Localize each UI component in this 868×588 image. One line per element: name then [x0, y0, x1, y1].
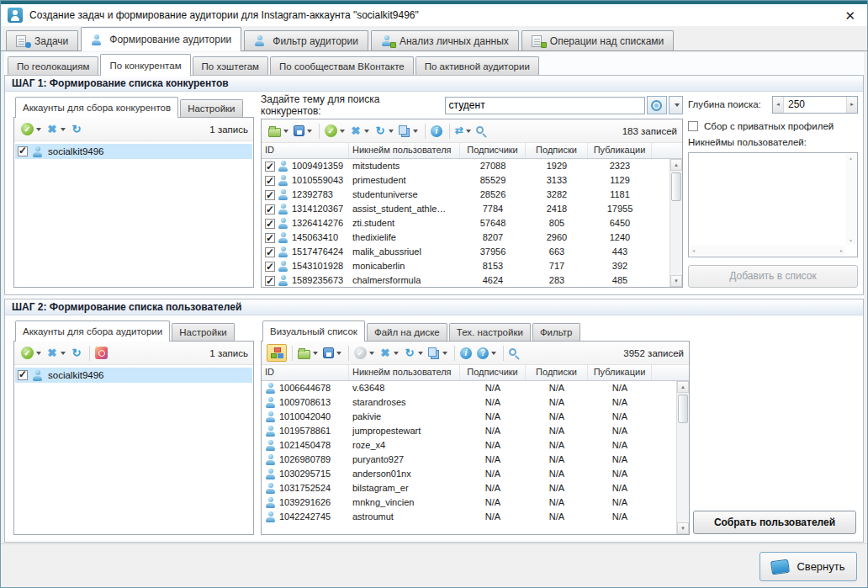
instagram-accounts-button[interactable]	[93, 345, 109, 361]
tab-tech-settings[interactable]: Тех. настройки	[449, 323, 531, 341]
column-header-followers[interactable]: Подписчики	[460, 143, 526, 158]
account-list-item[interactable]: socialkit9496	[15, 368, 252, 383]
row-checkbox[interactable]	[265, 233, 275, 243]
open-list-button[interactable]	[267, 124, 290, 139]
row-checkbox[interactable]	[265, 190, 275, 200]
search-button[interactable]	[507, 347, 521, 360]
column-header-following[interactable]: Подписки	[526, 365, 588, 380]
copy-button[interactable]	[426, 346, 449, 361]
search-topic-input[interactable]	[445, 97, 645, 114]
table-row[interactable]: 1042242745astroumutN/AN/AN/A	[262, 510, 676, 524]
row-checkbox[interactable]	[265, 276, 275, 286]
table-row[interactable]: 1019578861jumpropestewartN/AN/AN/A	[262, 424, 676, 438]
search-options-button[interactable]	[669, 96, 683, 114]
table-row[interactable]: 1009708613starandrosesN/AN/AN/A	[262, 395, 676, 410]
refresh-button[interactable]	[69, 121, 84, 137]
column-header-followers[interactable]: Подписчики	[460, 365, 526, 380]
column-header-posts[interactable]: Публикации	[588, 365, 652, 380]
table-row[interactable]: 1030295715anderson01nxN/AN/AN/A	[262, 467, 676, 481]
refresh-button[interactable]	[69, 345, 84, 361]
subtab-active-audience[interactable]: По активной аудитории	[415, 56, 539, 75]
help-button[interactable]	[475, 346, 498, 361]
column-header-id[interactable]: ID	[262, 143, 349, 158]
table-row[interactable]: 1517476424malik_abussriuel37956663443	[262, 245, 670, 259]
table-row[interactable]: 1009491359mitstudents2708819292323	[262, 159, 670, 173]
table-row[interactable]: 1010559043primestudent8552931331129	[262, 173, 670, 188]
row-checkbox[interactable]	[265, 219, 275, 229]
tab-filter[interactable]: Фильтр	[532, 323, 580, 341]
open-list-button[interactable]	[296, 346, 320, 361]
scroll-up-icon[interactable]	[670, 159, 682, 171]
mark-all-button[interactable]	[352, 345, 376, 361]
unmark-all-button[interactable]	[348, 123, 371, 139]
row-checkbox[interactable]	[265, 247, 275, 257]
table-row[interactable]: 1021450478roze_x4N/AN/AN/A	[262, 438, 676, 453]
nicknames-textarea[interactable]: ▲▼ ◄►	[688, 152, 858, 257]
stepper-increase-icon[interactable]	[846, 97, 857, 113]
column-header-id[interactable]: ID	[262, 365, 349, 380]
tab-file-on-disk[interactable]: Файл на диске	[367, 323, 447, 341]
unmark-all-button[interactable]	[378, 345, 400, 361]
scroll-down-icon[interactable]	[677, 522, 689, 534]
private-profiles-checkbox[interactable]	[688, 121, 698, 131]
subtab-vk-communities[interactable]: По сообществам ВКонтакте	[270, 56, 414, 75]
search-depth-stepper[interactable]: 250	[772, 96, 858, 114]
row-checkbox[interactable]	[265, 176, 275, 186]
row-checkbox[interactable]	[265, 204, 275, 215]
copy-button[interactable]	[397, 124, 420, 139]
tab-accounts-for-audience[interactable]: Аккаунты для сбора аудитории	[15, 320, 170, 342]
column-header-following[interactable]: Подписки	[526, 143, 588, 158]
scroll-up-icon[interactable]	[677, 381, 689, 393]
info-button[interactable]	[458, 346, 474, 361]
unmark-all-button[interactable]	[45, 345, 67, 361]
add-to-list-button[interactable]: Добавить в список	[688, 265, 858, 288]
table-row[interactable]: 1039291626mnkng_vincienN/AN/AN/A	[262, 495, 676, 510]
row-checkbox[interactable]	[265, 162, 275, 172]
table-row[interactable]: 1314120367assist_student_athle…778424181…	[262, 202, 670, 216]
transfer-button[interactable]	[453, 123, 473, 139]
tab-visual-list[interactable]: Визуальный список	[262, 320, 365, 342]
search-depth-value[interactable]: 250	[784, 98, 846, 110]
search-run-button[interactable]	[647, 96, 668, 114]
row-checkbox[interactable]	[18, 370, 28, 380]
collect-users-button[interactable]: Собрать пользователей	[693, 511, 856, 534]
textarea-vscroll[interactable]: ▲▼	[846, 154, 856, 245]
table-row[interactable]: 12392783studentuniverse2852632821181	[262, 188, 670, 202]
table-row[interactable]: 1543101928monicaberlin8153717392	[262, 259, 670, 273]
table-row[interactable]: 1031752524bilstagram_erN/AN/AN/A	[262, 481, 676, 495]
column-header-nickname[interactable]: Никнейм пользователя	[349, 143, 460, 158]
visual-list-mode-button[interactable]	[267, 344, 287, 362]
scroll-thumb[interactable]	[678, 395, 688, 423]
tab-personal-data-analysis[interactable]: Анализ личных данных	[371, 30, 519, 50]
table-row[interactable]: 1589235673chalmersformula4624283485	[262, 273, 670, 287]
close-icon[interactable]: ✕	[841, 9, 859, 22]
stepper-decrease-icon[interactable]	[773, 97, 784, 113]
table-row[interactable]: 1026980789puryanto927N/AN/AN/A	[262, 453, 676, 467]
subtab-competitors[interactable]: По конкурентам	[100, 54, 190, 76]
tab-audience-filter[interactable]: Фильтр аудитории	[244, 30, 368, 50]
save-list-button[interactable]	[292, 124, 314, 138]
table-row[interactable]: 1006644678v.63648N/AN/AN/A	[262, 381, 676, 395]
minimize-button[interactable]: Свернуть	[760, 552, 857, 581]
column-header-posts[interactable]: Публикации	[588, 143, 652, 158]
tab-settings[interactable]: Настройки	[172, 323, 234, 341]
tab-settings[interactable]: Настройки	[180, 99, 242, 117]
row-checkbox[interactable]	[265, 262, 275, 272]
textarea-hscroll[interactable]: ◄►	[690, 246, 845, 256]
table-row[interactable]: 1326414276zti.student576488056450	[262, 216, 670, 230]
tab-list-operations[interactable]: Операции над списками	[521, 30, 674, 50]
step1-table-scrollbar[interactable]	[670, 159, 682, 287]
column-header-nickname[interactable]: Никнейм пользователя	[349, 365, 460, 380]
tab-tasks[interactable]: Задачи	[6, 30, 78, 50]
scroll-down-icon[interactable]	[670, 275, 682, 287]
mark-all-button[interactable]	[19, 121, 43, 137]
tab-accounts-for-competitors[interactable]: Аккаунты для сбора конкурентов	[15, 97, 178, 118]
mark-all-button[interactable]	[19, 345, 43, 361]
refresh-button[interactable]	[373, 123, 395, 139]
table-row[interactable]: 1010042040pakivieN/AN/AN/A	[262, 410, 676, 424]
subtab-hashtags[interactable]: По хэштегам	[193, 56, 268, 75]
save-list-button[interactable]	[321, 346, 343, 360]
unmark-all-button[interactable]	[45, 121, 67, 137]
subtab-geolocation[interactable]: По геолокациям	[8, 56, 98, 75]
search-button[interactable]	[474, 124, 489, 138]
